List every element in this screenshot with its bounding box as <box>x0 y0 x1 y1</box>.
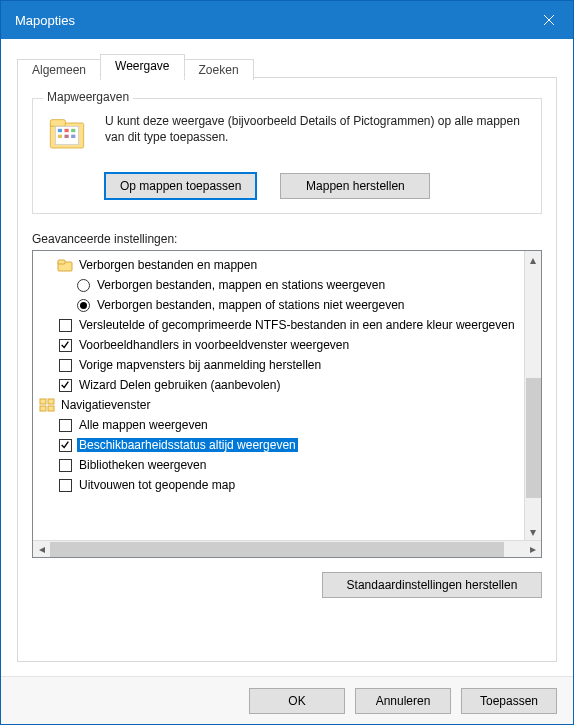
checkbox-icon <box>57 317 73 333</box>
svg-rect-3 <box>50 120 65 127</box>
dialog-buttons: OK Annuleren Toepassen <box>1 676 573 724</box>
svg-rect-13 <box>40 399 46 404</box>
tree-item[interactable]: Beschikbaarheidsstatus altijd weergeven <box>39 435 541 455</box>
checkbox-icon <box>57 337 73 353</box>
checkbox-icon <box>57 377 73 393</box>
titlebar: Mapopties <box>1 1 573 39</box>
tree-item[interactable]: Verborgen bestanden, mappen of stations … <box>39 295 541 315</box>
radio-icon <box>75 297 91 313</box>
svg-rect-9 <box>65 135 69 138</box>
tree-item-label: Uitvouwen tot geopende map <box>77 478 237 492</box>
svg-rect-14 <box>40 406 46 411</box>
tab-search-label: Zoeken <box>199 63 239 77</box>
checkbox-icon <box>57 477 73 493</box>
tree-item-label: Bibliotheken weergeven <box>77 458 208 472</box>
svg-rect-5 <box>58 129 62 132</box>
tab-view[interactable]: Weergave <box>100 54 184 78</box>
restore-defaults-button[interactable]: Standaardinstellingen herstellen <box>322 572 542 598</box>
tab-page-view: Mapweergaven U kunt deze weergave (bijvo… <box>17 77 557 662</box>
tab-view-label: Weergave <box>115 59 169 73</box>
tab-general[interactable]: Algemeen <box>17 59 101 80</box>
horizontal-scrollbar[interactable]: ◂ ▸ <box>33 540 541 557</box>
checkbox-icon <box>57 457 73 473</box>
advanced-settings-box: Verborgen bestanden en mappenVerborgen b… <box>32 250 542 558</box>
advanced-settings-tree[interactable]: Verborgen bestanden en mappenVerborgen b… <box>33 251 541 540</box>
svg-rect-10 <box>71 135 75 138</box>
tree-item-label: Verborgen bestanden, mappen of stations … <box>95 298 407 312</box>
client-area: Algemeen Weergave Zoeken Mapweergaven <box>1 39 573 676</box>
tree-item[interactable]: Voorbeeldhandlers in voorbeeldvenster we… <box>39 335 541 355</box>
checkbox-icon <box>57 417 73 433</box>
tree-item-label: Verborgen bestanden, mappen en stations … <box>95 278 387 292</box>
tree-item[interactable]: Navigatievenster <box>39 395 541 415</box>
tabstrip: Algemeen Weergave Zoeken <box>17 51 557 77</box>
tab-general-label: Algemeen <box>32 63 86 77</box>
advanced-settings-label: Geavanceerde instellingen: <box>32 232 542 246</box>
vertical-scroll-thumb[interactable] <box>526 378 541 498</box>
vertical-scrollbar[interactable]: ▴ ▾ <box>524 251 541 540</box>
svg-rect-8 <box>58 135 62 138</box>
folder-views-legend: Mapweergaven <box>43 90 133 104</box>
folder-views-row: U kunt deze weergave (bijvoorbeeld Detai… <box>45 113 529 161</box>
tree-item[interactable]: Verborgen bestanden, mappen en stations … <box>39 275 541 295</box>
tree-item-label: Voorbeeldhandlers in voorbeeldvenster we… <box>77 338 351 352</box>
checkbox-icon <box>57 357 73 373</box>
svg-rect-12 <box>58 260 65 264</box>
folder-views-buttons: Op mappen toepassen Mappen herstellen <box>105 173 529 199</box>
checkbox-icon <box>57 437 73 453</box>
tree-item-label: Vorige mapvensters bij aanmelding herste… <box>77 358 323 372</box>
scroll-up-arrow-icon[interactable]: ▴ <box>525 251 542 268</box>
tree-item[interactable]: Wizard Delen gebruiken (aanbevolen) <box>39 375 541 395</box>
folder-icon <box>57 257 73 273</box>
reset-folders-button[interactable]: Mappen herstellen <box>280 173 430 199</box>
tree-item-label: Alle mappen weergeven <box>77 418 210 432</box>
dialog-window: Mapopties Algemeen Weergave Zoeken Mapwe… <box>0 0 574 725</box>
scroll-down-arrow-icon[interactable]: ▾ <box>525 523 542 540</box>
apply-button[interactable]: Toepassen <box>461 688 557 714</box>
window-title: Mapopties <box>15 13 75 28</box>
tree-item-label: Versleutelde of gecomprimeerde NTFS-best… <box>77 318 517 332</box>
horizontal-scroll-track[interactable] <box>50 541 524 558</box>
svg-rect-6 <box>65 129 69 132</box>
close-button[interactable] <box>525 1 573 39</box>
scroll-left-arrow-icon[interactable]: ◂ <box>33 541 50 558</box>
tree-item[interactable]: Bibliotheken weergeven <box>39 455 541 475</box>
svg-rect-16 <box>48 406 54 411</box>
svg-rect-7 <box>71 129 75 132</box>
svg-rect-15 <box>48 399 54 404</box>
cancel-button[interactable]: Annuleren <box>355 688 451 714</box>
tree-item-label: Verborgen bestanden en mappen <box>77 258 259 272</box>
tree-item[interactable]: Vorige mapvensters bij aanmelding herste… <box>39 355 541 375</box>
tab-search[interactable]: Zoeken <box>184 59 254 80</box>
radio-icon <box>75 277 91 293</box>
apply-to-folders-button[interactable]: Op mappen toepassen <box>105 173 256 199</box>
folder-icon <box>45 113 89 161</box>
ok-button[interactable]: OK <box>249 688 345 714</box>
scroll-right-arrow-icon[interactable]: ▸ <box>524 541 541 558</box>
tree-item-label: Beschikbaarheidsstatus altijd weergeven <box>77 438 298 452</box>
tree-item[interactable]: Versleutelde of gecomprimeerde NTFS-best… <box>39 315 541 335</box>
horizontal-scroll-thumb[interactable] <box>50 542 504 557</box>
tree-item[interactable]: Uitvouwen tot geopende map <box>39 475 541 495</box>
tree-item[interactable]: Alle mappen weergeven <box>39 415 541 435</box>
restore-defaults-row: Standaardinstellingen herstellen <box>32 572 542 598</box>
close-icon <box>543 14 555 26</box>
folder-views-desc: U kunt deze weergave (bijvoorbeeld Detai… <box>105 113 529 161</box>
tree-item-label: Wizard Delen gebruiken (aanbevolen) <box>77 378 282 392</box>
folder-views-group: Mapweergaven U kunt deze weergave (bijvo… <box>32 98 542 214</box>
nav-pane-icon <box>39 397 55 413</box>
tree-item[interactable]: Verborgen bestanden en mappen <box>39 255 541 275</box>
tree-item-label: Navigatievenster <box>59 398 152 412</box>
